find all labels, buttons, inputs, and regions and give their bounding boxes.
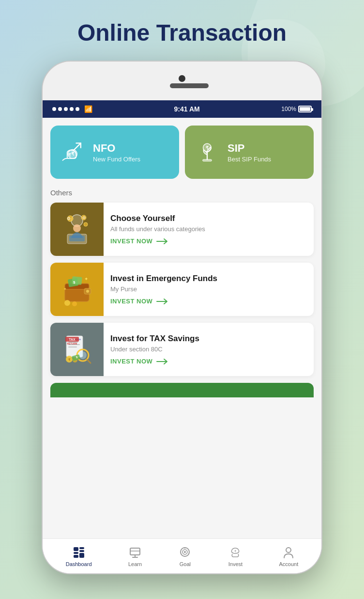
tax-savings-subtitle: Under section 80C	[110, 346, 307, 353]
battery-percent: 100%	[281, 106, 296, 112]
svg-rect-30	[68, 347, 77, 347]
choose-yourself-invest-btn[interactable]: INVEST NOW	[110, 237, 307, 245]
invest-arrow-2	[156, 298, 168, 305]
svg-rect-43	[79, 547, 84, 549]
nav-invest-label: Invest	[228, 561, 243, 567]
account-icon	[282, 546, 295, 559]
signal-dot-3	[64, 107, 68, 111]
nav-dashboard-label: Dashboard	[66, 561, 92, 567]
svg-text:✦: ✦	[84, 276, 88, 282]
nfo-text: NFO New Fund Offers	[93, 142, 140, 163]
screen-content: ₹ ₹ NFO New Fund Offers	[43, 118, 321, 436]
svg-rect-47	[79, 553, 84, 558]
choose-yourself-subtitle: All funds under various categories	[110, 225, 307, 233]
svg-text:₹: ₹	[206, 145, 209, 150]
status-bar: 📶 9:41 AM 100%	[43, 100, 321, 118]
partial-card[interactable]	[50, 383, 314, 397]
emergency-funds-subtitle: My Purse	[110, 285, 307, 293]
svg-point-14	[73, 224, 81, 232]
tax-savings-invest-btn[interactable]: INVEST NOW	[110, 358, 307, 365]
nav-account[interactable]: Account	[279, 546, 299, 567]
invest-arrow-1	[156, 238, 168, 245]
nav-dashboard[interactable]: Dashboard	[66, 546, 92, 567]
sip-subtitle: Best SIP Funds	[228, 156, 271, 163]
emergency-funds-card[interactable]: $ ✦ ✦ Invest in Emergency Funds My Purse…	[50, 263, 314, 316]
nav-goal-label: Goal	[180, 561, 191, 567]
svg-text:✦: ✦	[63, 287, 67, 291]
svg-rect-45	[74, 552, 78, 554]
nfo-subtitle: New Fund Offers	[93, 156, 140, 163]
svg-text:⚙: ⚙	[82, 216, 86, 220]
emergency-funds-title: Invest in Emergency Funds	[110, 274, 307, 284]
nav-invest[interactable]: ₹ Invest	[228, 546, 243, 567]
tax-savings-title: Invest for TAX Savings	[110, 334, 307, 344]
emergency-funds-body: Invest in Emergency Funds My Purse INVES…	[104, 263, 314, 316]
tax-savings-card[interactable]: TAX RETURN ₹ $	[50, 323, 314, 376]
status-time: 9:41 AM	[174, 105, 200, 113]
choose-yourself-image: ⚙ ⚙	[50, 203, 104, 256]
power-button	[321, 158, 322, 188]
wifi-icon: 📶	[84, 105, 92, 113]
svg-point-18	[86, 290, 89, 293]
svg-rect-42	[74, 547, 78, 551]
svg-point-22	[64, 300, 70, 306]
sip-text: SIP Best SIP Funds	[228, 142, 271, 163]
svg-point-51	[184, 551, 186, 553]
svg-line-36	[87, 360, 91, 363]
svg-point-9	[84, 222, 88, 226]
battery-fill	[300, 107, 310, 111]
choose-yourself-card[interactable]: ⚙ ⚙ Choose Yourself All funds under vari…	[50, 203, 314, 256]
top-cards-row: ₹ ₹ NFO New Fund Offers	[50, 126, 314, 179]
svg-text:₹: ₹	[71, 151, 75, 157]
svg-text:⚙: ⚙	[67, 216, 71, 221]
signal-dot-1	[52, 107, 56, 111]
choose-yourself-body: Choose Yourself All funds under various …	[104, 203, 314, 256]
svg-point-23	[72, 301, 77, 306]
phone-top	[43, 62, 321, 100]
volume-up-button	[42, 168, 43, 197]
svg-rect-44	[79, 550, 84, 552]
nav-learn[interactable]: Learn	[128, 546, 142, 567]
silent-switch	[42, 139, 43, 158]
svg-text:$: $	[73, 280, 76, 284]
tax-savings-body: Invest for TAX Savings Under section 80C…	[104, 323, 314, 376]
phone-frame: 📶 9:41 AM 100%	[42, 61, 322, 574]
sip-card[interactable]: ₹ SIP Best SIP Funds	[185, 126, 314, 179]
others-section-label: Others	[50, 189, 314, 197]
status-battery: 100%	[281, 106, 312, 112]
bottom-nav: Dashboard Learn	[43, 538, 321, 573]
dashboard-icon	[72, 546, 86, 559]
nfo-icon: ₹ ₹	[58, 138, 87, 167]
sip-title: SIP	[228, 142, 271, 155]
signal-dots: 📶	[52, 105, 92, 113]
svg-rect-48	[130, 548, 140, 555]
signal-dot-4	[70, 107, 74, 111]
svg-text:RETURN: RETURN	[67, 342, 77, 345]
svg-rect-46	[74, 555, 78, 558]
phone-screen[interactable]: ₹ ₹ NFO New Fund Offers	[43, 118, 321, 573]
sip-icon: ₹	[193, 138, 222, 167]
nfo-title: NFO	[93, 142, 140, 155]
goal-icon	[178, 546, 192, 559]
camera	[179, 75, 185, 82]
svg-text:TAX: TAX	[69, 338, 76, 341]
volume-down-button	[42, 207, 43, 236]
battery-icon	[298, 106, 312, 112]
nav-account-label: Account	[279, 561, 299, 567]
signal-dot-5	[76, 107, 79, 111]
nav-goal[interactable]: Goal	[178, 546, 192, 567]
svg-text:₹: ₹	[234, 550, 237, 553]
signal-dot-2	[58, 107, 62, 111]
svg-point-53	[286, 548, 291, 552]
tax-savings-image: TAX RETURN ₹ $	[50, 323, 104, 376]
invest-arrow-3	[156, 358, 168, 365]
learn-icon	[128, 546, 142, 559]
nfo-card[interactable]: ₹ ₹ NFO New Fund Offers	[50, 126, 179, 179]
speaker	[170, 83, 209, 88]
invest-icon: ₹	[228, 546, 242, 559]
emergency-funds-invest-btn[interactable]: INVEST NOW	[110, 298, 307, 305]
nav-learn-label: Learn	[128, 561, 142, 567]
page-title: Online Transaction	[77, 19, 287, 46]
emergency-funds-image: $ ✦ ✦	[50, 263, 104, 316]
choose-yourself-title: Choose Yourself	[110, 214, 307, 223]
